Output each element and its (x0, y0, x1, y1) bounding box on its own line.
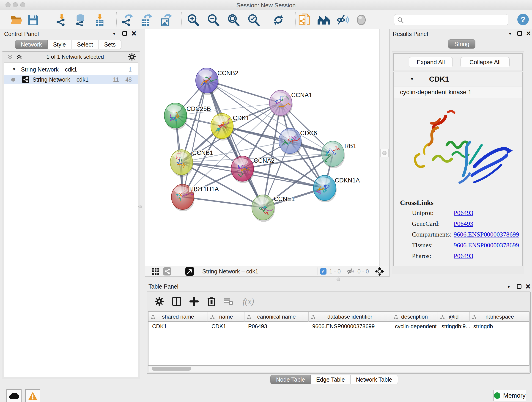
collapse-panel-icon[interactable]: ▼ (507, 285, 511, 289)
edge-HIST1H1A-CCNE1[interactable] (183, 197, 263, 207)
expand-all-icon[interactable] (16, 54, 22, 60)
section-collapse-icon[interactable]: ▼ (410, 77, 414, 82)
table-cell[interactable]: cyclin-dependent ... (391, 322, 438, 331)
node-CDKN1A[interactable]: CDKN1A (313, 175, 360, 202)
import-network-button[interactable] (55, 13, 68, 27)
crosslink-value-link[interactable]: P06493 (454, 209, 473, 217)
save-session-button[interactable] (27, 13, 40, 27)
collapse-panel-icon[interactable]: ▼ (508, 32, 512, 36)
crosslinks-list: Uniprot:P06493GeneCard:P06493Compartment… (394, 209, 522, 263)
table-cell[interactable]: stringdb (470, 322, 530, 331)
hide-view-button[interactable] (336, 13, 349, 27)
right-splitter-handle[interactable] (380, 149, 389, 157)
table-hscrollbar[interactable] (148, 366, 530, 372)
show-all-views-button[interactable] (317, 13, 330, 27)
tab-node-table[interactable]: Node Table (270, 375, 311, 384)
column-header--id[interactable]: @id (438, 312, 470, 322)
column-header-shared-name[interactable]: shared name (148, 312, 208, 322)
export-image-button[interactable] (159, 13, 172, 27)
import-database-button[interactable] (74, 13, 87, 27)
cloud-status-button[interactable] (6, 389, 22, 402)
clone-network-button[interactable] (298, 13, 311, 27)
collapse-all-icon[interactable] (7, 54, 13, 60)
node-CDC25B[interactable]: CDC25B (164, 103, 211, 130)
close-panel-icon[interactable]: × (132, 31, 136, 36)
tab-select[interactable]: Select (71, 40, 99, 49)
tab-style[interactable]: Style (48, 40, 72, 49)
node-label-CDC6: CDC6 (300, 130, 317, 137)
show-columns-button[interactable] (170, 294, 184, 308)
table-settings-button[interactable] (152, 294, 166, 308)
table-cell[interactable]: 9606.ENSP00000378699 (309, 322, 391, 331)
column-header-database-identifier[interactable]: database identifier (309, 312, 391, 322)
open-session-button[interactable] (10, 13, 23, 27)
zoom-fit-button[interactable] (227, 13, 240, 27)
expand-all-button[interactable]: Expand All (409, 57, 453, 67)
float-panel-icon[interactable] (517, 31, 522, 36)
collapse-all-button[interactable]: Collapse All (461, 57, 510, 67)
export-table-button[interactable] (139, 13, 152, 27)
zoom-selected-button[interactable] (247, 13, 260, 27)
close-panel-icon[interactable]: × (526, 31, 531, 36)
crosslinks-heading: CrossLinks (400, 199, 433, 206)
edge-CCNB2-HIST1H1A[interactable] (183, 80, 207, 197)
import-table-button[interactable] (93, 13, 106, 27)
network-collection-row[interactable]: ▼ String Network – cdk1 1 (4, 65, 138, 74)
zoom-in-button[interactable] (186, 13, 200, 27)
gear-icon[interactable] (128, 53, 136, 61)
float-panel-icon[interactable] (122, 31, 127, 36)
delete-column-button[interactable] (205, 294, 218, 308)
crosslink-value-link[interactable]: 9606.ENSP00000378699 (454, 242, 519, 249)
tab-network-table[interactable]: Network Table (351, 375, 398, 384)
crosslink-value-link[interactable]: P06493 (454, 220, 473, 227)
scrollbar-thumb[interactable] (152, 367, 191, 370)
network-canvas[interactable]: CCNB2CCNA1CDC25BCDK1CDC6RB1CCNB1CCNA2CDK… (145, 29, 380, 266)
tab-edge-table[interactable]: Edge Table (311, 375, 351, 384)
search-input[interactable] (405, 15, 506, 24)
node-CCNB2[interactable]: CCNB2 (196, 68, 239, 95)
node-HIST1H1A[interactable]: HIST1H1A (171, 184, 219, 211)
float-panel-icon[interactable] (517, 284, 521, 289)
memory-button[interactable]: Memory (494, 390, 526, 401)
left-splitter-handle[interactable] (137, 203, 143, 210)
export-network-button[interactable] (120, 13, 134, 27)
close-panel-icon[interactable]: × (526, 284, 530, 289)
crosslink-row: Uniprot:P06493 (394, 209, 522, 220)
grid-view-icon[interactable] (152, 268, 159, 275)
tree-expand-icon[interactable]: ▼ (12, 67, 16, 72)
column-header-description[interactable]: description (391, 312, 438, 322)
zoom-out-button[interactable] (207, 13, 220, 27)
delete-table-button[interactable] (222, 294, 235, 308)
column-header-namespace[interactable]: namespace (470, 312, 530, 322)
export-image-icon (159, 13, 172, 26)
collapse-panel-icon[interactable]: ▼ (112, 32, 116, 36)
table-cell[interactable]: stringdb:9... (438, 322, 470, 331)
crosslink-value-link[interactable]: P06493 (454, 252, 473, 260)
tab-string[interactable]: String (448, 39, 475, 49)
node-CDK1[interactable]: CDK1 (211, 114, 249, 140)
birds-eye-icon[interactable] (375, 267, 385, 276)
crosslink-value-link[interactable]: 9606.ENSP00000378699 (454, 231, 519, 238)
network-view-icon[interactable] (163, 267, 171, 275)
tab-sets[interactable]: Sets (99, 40, 121, 49)
detach-view-icon[interactable] (185, 267, 194, 276)
table-cell[interactable]: CDK1 (208, 322, 244, 331)
hidden-items-icon[interactable] (346, 268, 355, 275)
tab-network[interactable]: Network (15, 40, 48, 49)
node-RB1[interactable]: RB1 (322, 141, 356, 168)
table-cell[interactable]: P06493 (244, 322, 309, 331)
table-cell[interactable]: CDK1 (148, 322, 208, 331)
help-button[interactable]: ? (517, 14, 529, 25)
node-CDC6[interactable]: CDC6 (279, 128, 317, 155)
show-view-button[interactable] (355, 13, 368, 27)
selected-nodes-checkbox[interactable]: ✓ (320, 268, 326, 274)
create-column-button[interactable] (187, 294, 201, 308)
function-builder-button[interactable]: f(x) (238, 294, 259, 308)
cdk1-section-header[interactable]: ▼ CDK1 (394, 72, 522, 86)
table-row[interactable]: CDK1CDK1P064939606.ENSP00000378699cyclin… (148, 322, 529, 331)
warnings-button[interactable] (25, 389, 40, 402)
network-row-selected[interactable]: String Network – cdk1 11 48 (4, 75, 138, 84)
column-header-name[interactable]: name (208, 312, 244, 322)
column-header-canonical-name[interactable]: canonical name (244, 312, 309, 322)
refresh-layout-button[interactable] (272, 13, 285, 27)
